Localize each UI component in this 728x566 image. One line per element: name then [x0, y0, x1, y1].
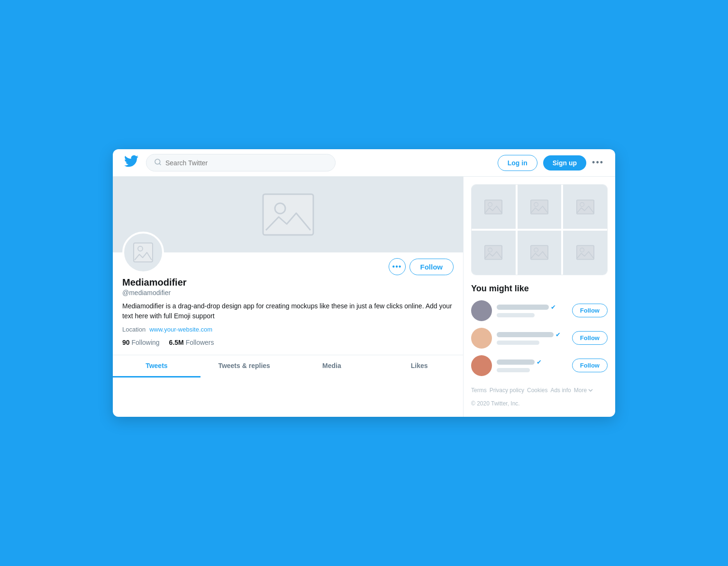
profile-handle: @mediamodifier [122, 289, 454, 296]
photo-cell [518, 231, 562, 275]
footer-link-ads[interactable]: Ads info [550, 385, 571, 396]
suggestion-info-2: ✔ [497, 331, 567, 345]
suggestion-name-row-3: ✔ [497, 359, 567, 366]
profile-section: ••• Follow Mediamodifier @mediamodifier … [113, 177, 464, 416]
profile-meta: Location www.your-website.com [122, 326, 454, 333]
footer-links: Terms Privacy policy Cookies Ads info Mo… [471, 385, 608, 396]
footer-link-privacy[interactable]: Privacy policy [490, 385, 524, 396]
signup-button[interactable]: Sign up [543, 155, 586, 171]
profile-actions: ••• Follow [389, 258, 454, 275]
profile-follow-button[interactable]: Follow [410, 259, 454, 275]
svg-rect-16 [577, 246, 594, 260]
suggestion-follow-button-2[interactable]: Follow [572, 331, 608, 345]
you-might-like-title: You might like [471, 284, 608, 294]
following-stat: 90 Following [122, 339, 160, 346]
svg-rect-4 [134, 243, 153, 262]
photo-grid [471, 184, 608, 275]
profile-location-label: Location [122, 326, 146, 333]
footer-more-link[interactable]: More [574, 385, 593, 396]
cover-photo-placeholder [262, 193, 314, 236]
tab-tweets-replies[interactable]: Tweets & replies [200, 355, 288, 377]
svg-rect-6 [485, 200, 502, 214]
svg-rect-12 [485, 246, 502, 260]
nav-bar: Log in Sign up ••• [113, 149, 615, 177]
profile-bio: Mediamodifier is a drag-and-drop design … [122, 301, 454, 321]
search-input[interactable] [165, 159, 328, 167]
suggestion-name-bar-3 [497, 359, 535, 365]
suggestion-info-1: ✔ [497, 304, 567, 317]
photo-cell [472, 185, 516, 229]
following-count: 90 [122, 339, 130, 346]
svg-rect-8 [531, 200, 548, 214]
nav-more-dots[interactable]: ••• [592, 158, 604, 168]
search-icon [154, 158, 162, 167]
search-box[interactable] [146, 154, 336, 171]
cover-photo [113, 177, 463, 252]
avatar [122, 232, 164, 273]
suggestion-name-row-1: ✔ [497, 304, 567, 311]
suggestion-item-3: ✔ Follow [471, 355, 608, 376]
tab-tweets[interactable]: Tweets [113, 355, 200, 377]
suggestion-handle-bar-1 [497, 313, 535, 317]
verified-badge-1: ✔ [551, 304, 556, 311]
tab-media[interactable]: Media [288, 355, 376, 377]
suggestion-item-1: ✔ Follow [471, 300, 608, 321]
photo-cell [563, 231, 607, 275]
twitter-logo-icon [124, 154, 138, 171]
profile-info-area: ••• Follow Mediamodifier @mediamodifier … [113, 252, 463, 346]
footer-link-terms[interactable]: Terms [471, 385, 487, 396]
verified-badge-2: ✔ [555, 331, 561, 338]
tab-likes[interactable]: Likes [375, 355, 463, 377]
suggestion-follow-button-3[interactable]: Follow [572, 359, 608, 372]
profile-name: Mediamodifier [122, 277, 454, 288]
profile-stats: 90 Following 6.5M Followers [122, 339, 454, 346]
suggestion-avatar-1 [471, 300, 492, 321]
svg-rect-14 [531, 246, 548, 260]
suggestion-follow-button-1[interactable]: Follow [572, 304, 608, 317]
main-layout: ••• Follow Mediamodifier @mediamodifier … [113, 177, 615, 416]
suggestion-name-bar-1 [497, 305, 549, 310]
profile-more-button[interactable]: ••• [389, 258, 406, 275]
svg-rect-10 [577, 200, 594, 214]
footer-link-cookies[interactable]: Cookies [527, 385, 547, 396]
suggestion-avatar-3 [471, 355, 492, 376]
followers-stat: 6.5M Followers [169, 339, 214, 346]
followers-count: 6.5M [169, 339, 184, 346]
suggestion-handle-bar-3 [497, 368, 530, 372]
copyright-text: © 2020 Twitter, Inc. [471, 398, 608, 409]
profile-tabs: Tweets Tweets & replies Media Likes [113, 355, 463, 377]
suggestion-name-row-2: ✔ [497, 331, 567, 338]
suggestion-name-bar-2 [497, 332, 554, 337]
nav-actions: Log in Sign up ••• [498, 155, 604, 171]
followers-label: Followers [186, 339, 214, 346]
photo-cell [472, 231, 516, 275]
svg-rect-2 [263, 194, 313, 235]
login-button[interactable]: Log in [498, 155, 537, 171]
suggestion-info-3: ✔ [497, 359, 567, 372]
svg-line-1 [159, 163, 161, 165]
following-label: Following [131, 339, 159, 346]
you-might-like-section: You might like ✔ Follow [471, 284, 608, 376]
photo-cell [518, 185, 562, 229]
verified-badge-3: ✔ [537, 359, 542, 366]
suggestion-item-2: ✔ Follow [471, 328, 608, 349]
profile-website[interactable]: www.your-website.com [149, 326, 212, 333]
right-sidebar: You might like ✔ Follow [464, 177, 615, 416]
suggestion-handle-bar-2 [497, 341, 539, 345]
sidebar-footer: Terms Privacy policy Cookies Ads info Mo… [471, 385, 608, 409]
photo-cell [563, 185, 607, 229]
suggestion-avatar-2 [471, 328, 492, 349]
browser-window: Log in Sign up ••• [113, 149, 615, 416]
